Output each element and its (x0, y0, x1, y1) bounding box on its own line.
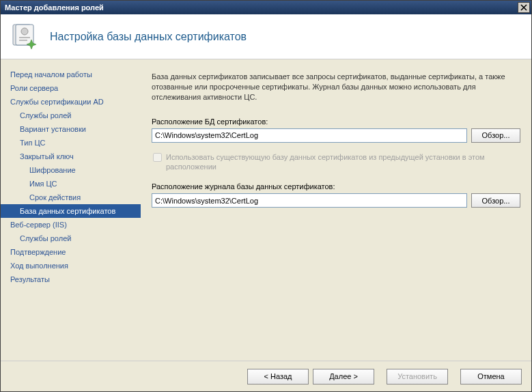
install-button: Установить (387, 369, 448, 384)
use-existing-row: Использовать существующую базу данных се… (152, 152, 520, 172)
titlebar-title: Мастер добавления ролей (5, 3, 518, 12)
use-existing-checkbox (153, 153, 162, 162)
header: Настройка базы данных сертификатов (1, 14, 531, 59)
db-location-label: Расположение БД сертификатов: (152, 117, 520, 126)
sidebar-item-role-services[interactable]: Службы ролей (1, 109, 141, 122)
log-location-label: Расположение журнала базы данных сертифи… (152, 182, 520, 191)
log-location-input[interactable] (152, 193, 467, 208)
sidebar-item-progress[interactable]: Ход выполнения (1, 259, 141, 272)
sidebar-item-validity[interactable]: Срок действия (1, 191, 141, 204)
footer: < Назад Далее > Установить Отмена (1, 361, 531, 391)
wizard-icon (9, 22, 39, 52)
sidebar-item-results[interactable]: Результаты (1, 272, 141, 286)
description-text: База данных сертификатов записывает все … (152, 72, 520, 102)
sidebar-item-web-role-services[interactable]: Службы ролей (1, 232, 141, 245)
sidebar: Перед началом работы Роли сервера Службы… (1, 59, 141, 361)
sidebar-item-before-start[interactable]: Перед началом работы (1, 68, 141, 81)
db-location-row: Обзор... (152, 128, 520, 143)
browse-db-button[interactable]: Обзор... (471, 128, 520, 143)
cancel-button[interactable]: Отмена (460, 369, 522, 384)
use-existing-label: Использовать существующую базу данных се… (166, 152, 520, 172)
body: Перед началом работы Роли сервера Службы… (1, 59, 531, 361)
sidebar-item-ca-name[interactable]: Имя ЦС (1, 177, 141, 191)
db-location-input[interactable] (152, 128, 467, 143)
sidebar-item-confirmation[interactable]: Подтверждение (1, 245, 141, 259)
sidebar-item-server-roles[interactable]: Роли сервера (1, 81, 141, 95)
sidebar-item-setup-type[interactable]: Вариант установки (1, 122, 141, 136)
back-button[interactable]: < Назад (247, 369, 309, 384)
log-location-row: Обзор... (152, 193, 520, 208)
svg-point-2 (21, 28, 28, 35)
sidebar-item-cert-db[interactable]: База данных сертификатов (1, 204, 141, 218)
wizard-window: Мастер добавления ролей Настройка базы д… (0, 0, 532, 392)
titlebar: Мастер добавления ролей (1, 1, 531, 14)
browse-log-button[interactable]: Обзор... (471, 193, 520, 208)
sidebar-item-private-key[interactable]: Закрытый ключ (1, 150, 141, 163)
page-title: Настройка базы данных сертификатов (50, 31, 247, 43)
svg-rect-4 (19, 40, 27, 41)
svg-rect-3 (19, 37, 30, 38)
sidebar-item-web-server[interactable]: Веб-сервер (IIS) (1, 218, 141, 232)
sidebar-item-adcs[interactable]: Службы сертификации AD (1, 95, 141, 109)
sidebar-item-cryptography[interactable]: Шифрование (1, 163, 141, 177)
close-icon (520, 4, 527, 11)
content: База данных сертификатов записывает все … (141, 59, 531, 361)
next-button[interactable]: Далее > (313, 369, 374, 384)
sidebar-item-ca-type[interactable]: Тип ЦС (1, 136, 141, 150)
close-button[interactable] (518, 2, 530, 13)
